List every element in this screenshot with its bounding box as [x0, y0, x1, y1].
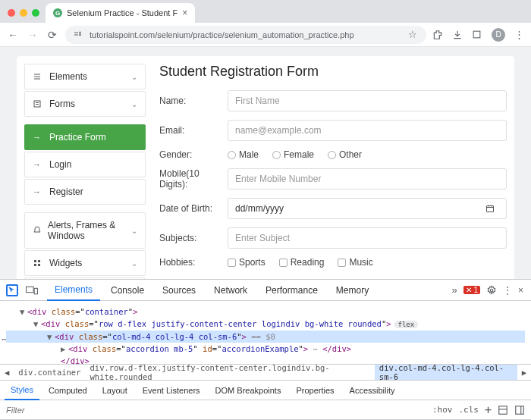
browser-tab[interactable]: G Selenium Practice - Student F ×	[46, 3, 195, 23]
sidebar-label: Elements	[49, 71, 87, 82]
checkbox-music[interactable]: Music	[338, 257, 372, 268]
toggle-sidebar-icon[interactable]	[514, 405, 525, 415]
grid-icon	[33, 259, 43, 268]
label-hobbies: Hobbies:	[159, 257, 228, 268]
label-gender: Gender:	[159, 149, 228, 160]
styles-filter-input[interactable]	[0, 406, 432, 415]
checkbox-icon	[279, 259, 287, 267]
reload-button[interactable]: ⟳	[46, 29, 59, 41]
cls-toggle[interactable]: .cls	[458, 405, 479, 415]
list-icon	[33, 72, 43, 81]
styletab-styles[interactable]: Styles	[5, 381, 39, 400]
styletab-dom-breakpoints[interactable]: DOM Breakpoints	[209, 381, 287, 400]
devtab-elements[interactable]: Elements	[47, 280, 100, 301]
svg-point-3	[80, 34, 81, 36]
radio-other[interactable]: Other	[328, 149, 362, 160]
breadcrumb-item[interactable]: div.container	[14, 365, 85, 380]
maximize-window-icon[interactable]	[32, 9, 39, 17]
styletab-accessibility[interactable]: Accessibility	[344, 381, 401, 400]
hov-toggle[interactable]: :hov	[432, 405, 453, 415]
svg-rect-4	[473, 31, 480, 38]
styletab-computed[interactable]: Computed	[42, 381, 93, 400]
crumb-prev-icon[interactable]: ◀	[0, 368, 14, 377]
sidebar-item-forms[interactable]: Forms⌄	[24, 91, 146, 117]
devtools-more-tabs-icon[interactable]: »	[451, 284, 457, 296]
email-input[interactable]	[228, 120, 507, 141]
devtab-memory[interactable]: Memory	[328, 280, 376, 301]
favicon-icon: G	[53, 8, 62, 17]
label-dob: Date of Birth:	[159, 203, 228, 214]
svg-rect-22	[499, 406, 507, 414]
device-toolbar-icon[interactable]	[26, 285, 38, 296]
sidebar-item-login[interactable]: →Login	[24, 152, 146, 177]
forward-button[interactable]: →	[26, 29, 39, 41]
new-style-rule-icon[interactable]: +	[485, 403, 492, 417]
devtab-network[interactable]: Network	[206, 280, 255, 301]
minimize-window-icon[interactable]	[20, 9, 27, 17]
radio-male[interactable]: Male	[228, 149, 259, 160]
sidebar-item-elements[interactable]: Elements⌄	[24, 64, 146, 89]
devtools-menu-icon[interactable]: ⋮	[503, 285, 512, 296]
url-text: tutorialspoint.com/selenium/practice/sel…	[90, 30, 402, 39]
browser-tabbar: G Selenium Practice - Student F ×	[0, 0, 531, 23]
styletab-event-listeners[interactable]: Event Listeners	[137, 381, 206, 400]
dom-tree[interactable]: ⋯ ▼<div class="container"> ▼<div class="…	[0, 301, 531, 364]
svg-rect-20	[34, 288, 37, 293]
styles-filter-bar: :hov .cls +	[0, 400, 531, 420]
subjects-input[interactable]	[228, 227, 507, 249]
styletab-properties[interactable]: Properties	[290, 381, 340, 400]
dom-breadcrumb: ◀ div.containerdiv.row.d-flex.justify-co…	[0, 364, 531, 381]
bookmark-icon[interactable]: ☆	[407, 29, 419, 40]
devtab-performance[interactable]: Performance	[258, 280, 325, 301]
error-badge[interactable]: ✕ 1	[463, 286, 480, 294]
menu-icon[interactable]: ⋮	[513, 29, 525, 40]
sidebar-item-register[interactable]: →Register	[24, 179, 146, 205]
crumb-next-icon[interactable]: ▶	[517, 368, 531, 377]
checkbox-reading[interactable]: Reading	[279, 257, 325, 268]
svg-rect-24	[516, 406, 524, 414]
settings-icon[interactable]	[486, 285, 497, 296]
chevron-down-icon: ⌄	[131, 227, 137, 235]
breadcrumb-item[interactable]: div.col-md-4.col-lg-4.col-sm-6	[375, 365, 517, 380]
devtab-sources[interactable]: Sources	[155, 280, 203, 301]
chevron-down-icon: ⌄	[131, 100, 137, 108]
radio-icon	[272, 151, 281, 159]
styletab-layout[interactable]: Layout	[96, 381, 134, 400]
devtools-close-icon[interactable]: ×	[518, 285, 523, 296]
svg-rect-19	[27, 287, 34, 292]
calendar-icon[interactable]	[485, 204, 495, 213]
mobile-input[interactable]	[228, 168, 507, 190]
close-window-icon[interactable]	[8, 9, 15, 17]
radio-icon	[228, 151, 236, 159]
download-icon[interactable]	[452, 30, 464, 40]
extensions-icon[interactable]	[432, 30, 445, 40]
page-viewport: Elements⌄Forms⌄→Practice Form→Login→Regi…	[0, 47, 531, 279]
reading-list-icon[interactable]	[472, 30, 484, 39]
devtools-panel: ElementsConsoleSourcesNetworkPerformance…	[0, 279, 531, 420]
back-button[interactable]: ←	[6, 29, 20, 41]
chevron-down-icon: ⌄	[131, 259, 137, 268]
site-info-icon[interactable]	[73, 30, 85, 39]
name-input[interactable]	[228, 90, 507, 111]
sidebar-label: Widgets	[49, 258, 82, 268]
close-tab-icon[interactable]: ×	[182, 8, 187, 18]
chevron-down-icon: ⌄	[131, 73, 137, 81]
computed-styles-icon[interactable]	[498, 405, 508, 415]
collapsed-ancestors-icon[interactable]: ⋯	[2, 333, 5, 345]
sidebar-label: Register	[49, 186, 83, 197]
sidebar-item-widgets[interactable]: Widgets⌄	[24, 250, 146, 276]
label-name: Name:	[159, 96, 228, 106]
profile-avatar[interactable]: D	[492, 28, 505, 42]
sidebar-item-alerts-frames-windows[interactable]: Alerts, Frames & Windows⌄	[24, 212, 146, 249]
radio-female[interactable]: Female	[272, 149, 314, 160]
url-box[interactable]: tutorialspoint.com/selenium/practice/sel…	[65, 26, 426, 44]
sidebar-item-practice-form[interactable]: →Practice Form	[24, 124, 146, 150]
form-panel: Student Registration Form Name: Email: G…	[146, 64, 507, 279]
dob-input[interactable]: dd/mm/yyyy	[228, 198, 507, 219]
devtab-console[interactable]: Console	[103, 280, 152, 301]
gender-radios: MaleFemaleOther	[228, 149, 362, 160]
address-bar: ← → ⟳ tutorialspoint.com/selenium/practi…	[0, 23, 531, 47]
checkbox-sports[interactable]: Sports	[228, 257, 266, 268]
breadcrumb-item[interactable]: div.row.d-flex.justify-content-center.lo…	[86, 365, 375, 380]
inspect-icon[interactable]	[6, 284, 18, 296]
